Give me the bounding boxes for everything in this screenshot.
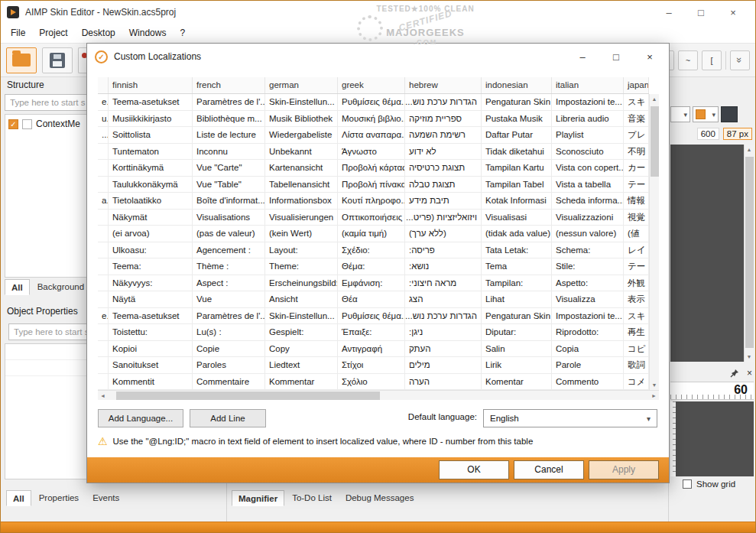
table-cell[interactable]: Copie bbox=[193, 341, 265, 358]
menu-help[interactable]: ? bbox=[173, 24, 192, 43]
table-cell[interactable]: Musik Bibliothek bbox=[265, 111, 338, 128]
tab-magnifier[interactable]: Magnifier bbox=[232, 490, 284, 506]
column-header[interactable]: japan bbox=[624, 77, 649, 93]
color-dropdown[interactable]: ▾ bbox=[693, 106, 719, 122]
table-cell[interactable]: Musiikkikirjasto bbox=[109, 111, 193, 128]
table-cell[interactable]: Scheda informa... bbox=[552, 193, 624, 210]
table-cell[interactable]: Tabellenansicht bbox=[265, 177, 338, 193]
table-cell[interactable]: スキ bbox=[624, 94, 649, 111]
table-row[interactable]: e...Teema-asetuksetParamètres de l'...Sk… bbox=[98, 94, 649, 111]
table-cell[interactable]: Αντιγραφή bbox=[338, 341, 405, 358]
table-cell[interactable]: テー bbox=[624, 258, 649, 275]
table-cell[interactable]: Teema-asetukset bbox=[109, 308, 193, 325]
horizontal-scrollbar-thumb[interactable] bbox=[116, 392, 380, 400]
table-cell[interactable]: (tidak ada value) bbox=[482, 226, 552, 242]
table-cell[interactable]: Kotak Informasi bbox=[482, 193, 552, 210]
column-header[interactable]: finnish bbox=[109, 77, 193, 93]
table-cell[interactable]: Tata Letak: bbox=[482, 242, 552, 259]
table-row[interactable]: u...MusiikkikirjastoBibliothèque m...Mus… bbox=[98, 111, 649, 128]
menu-desktop[interactable]: Desktop bbox=[75, 24, 122, 43]
table-cell[interactable]: Kartenansicht bbox=[265, 160, 338, 177]
table-cell[interactable]: רשימת השמעה bbox=[405, 127, 482, 144]
table-cell[interactable]: Kommentar bbox=[265, 374, 338, 391]
table-cell[interactable]: Boîte d'informat... bbox=[193, 193, 265, 210]
table-cell[interactable]: Visualisasi bbox=[482, 210, 552, 226]
table-row[interactable]: NäytäVueAnsichtΘέαהצגLihatVisualizza表示 bbox=[98, 291, 649, 308]
tab-props-events[interactable]: Events bbox=[86, 490, 125, 506]
table-cell[interactable]: ויזואליזציות (פריט... bbox=[405, 210, 482, 226]
table-cell[interactable]: Vue "Table" bbox=[193, 177, 265, 193]
table-cell[interactable]: Θέμα: bbox=[338, 258, 405, 275]
table-cell[interactable]: פריסה: bbox=[405, 242, 482, 259]
table-cell[interactable]: Άγνωστο bbox=[338, 144, 405, 161]
table-cell[interactable]: 表示 bbox=[624, 291, 649, 308]
table-row[interactable]: a...TietolaatikkoBoîte d'informat...Info… bbox=[98, 193, 649, 210]
table-vertical-scrollbar[interactable]: ▲ ▼ bbox=[649, 94, 659, 390]
tab-props-all[interactable]: All bbox=[6, 490, 31, 506]
dialog-close-button[interactable]: × bbox=[638, 47, 661, 67]
table-cell[interactable]: Pustaka Musik bbox=[482, 111, 552, 128]
table-row[interactable]: e...Teema-asetuksetParamètres de l'...Sk… bbox=[98, 308, 649, 325]
table-cell[interactable]: Teema-asetukset bbox=[109, 94, 193, 111]
table-cell[interactable]: 音楽 bbox=[624, 111, 649, 128]
table-cell[interactable]: プレ bbox=[624, 127, 649, 144]
add-line-button[interactable]: Add Line bbox=[190, 409, 266, 427]
close-button[interactable]: × bbox=[717, 1, 749, 24]
table-row[interactable]: (ei arvoa)(pas de valeur)(kein Wert)(καμ… bbox=[98, 226, 649, 242]
magnifier-canvas[interactable] bbox=[670, 401, 754, 476]
table-cell[interactable]: Teema: bbox=[109, 258, 193, 275]
table-cell[interactable]: Stile: bbox=[552, 258, 624, 275]
table-cell[interactable]: Visualizzazioni bbox=[552, 210, 624, 226]
table-cell[interactable]: (kein Wert) bbox=[265, 226, 338, 242]
table-cell[interactable]: Impostazioni te... bbox=[552, 94, 624, 111]
table-cell[interactable]: Skin-Einstellun... bbox=[265, 308, 338, 325]
table-cell[interactable]: Diputar: bbox=[482, 324, 552, 341]
table-cell[interactable]: Λίστα αναπαρα... bbox=[338, 127, 405, 144]
table-horizontal-scrollbar[interactable]: ◄ ► bbox=[98, 390, 659, 400]
table-cell[interactable]: Lihat bbox=[482, 291, 552, 308]
vertical-scrollbar-thumb[interactable] bbox=[651, 106, 659, 177]
column-header[interactable]: italian bbox=[552, 77, 624, 93]
table-cell[interactable]: Komentar bbox=[482, 374, 552, 391]
table-cell[interactable]: Näkymät bbox=[109, 210, 193, 226]
table-cell[interactable]: לא ידוע bbox=[405, 144, 482, 161]
table-cell[interactable]: Copia bbox=[552, 341, 624, 358]
table-cell[interactable]: カー bbox=[624, 160, 649, 177]
table-cell[interactable]: Kopioi bbox=[109, 341, 193, 358]
table-cell[interactable]: Näytä bbox=[109, 291, 193, 308]
bracket-tool-button[interactable]: [ bbox=[702, 50, 722, 70]
scroll-down-icon[interactable]: ▼ bbox=[745, 352, 754, 362]
table-cell[interactable]: Commento bbox=[552, 374, 624, 391]
table-cell[interactable]: Σχέδιο: bbox=[338, 242, 405, 259]
table-cell[interactable]: Vue bbox=[193, 291, 265, 308]
style-dropdown[interactable]: ▾ bbox=[670, 106, 690, 122]
table-cell[interactable]: コメ bbox=[624, 374, 649, 391]
table-cell[interactable]: Στίχοι bbox=[338, 357, 405, 374]
skin-preview-canvas[interactable]: ▲ ▼ bbox=[670, 145, 754, 362]
table-cell[interactable]: Σχόλιο bbox=[338, 374, 405, 391]
table-cell[interactable]: Tema bbox=[482, 258, 552, 275]
table-cell[interactable]: (ללא ערך) bbox=[405, 226, 482, 242]
table-row[interactable]: SanoituksetParolesLiedtextΣτίχοιמיליםLir… bbox=[98, 357, 649, 374]
table-cell[interactable]: Visualisierungen bbox=[265, 210, 338, 226]
minimize-button[interactable]: – bbox=[653, 1, 685, 24]
table-cell[interactable]: Έπαιξε: bbox=[338, 324, 405, 341]
pin-icon[interactable] bbox=[730, 369, 739, 378]
table-cell[interactable]: Impostazioni te... bbox=[552, 308, 624, 325]
table-cell[interactable]: Paramètres de l'... bbox=[193, 94, 265, 111]
table-cell[interactable]: コピ bbox=[624, 341, 649, 358]
default-language-select[interactable]: English ▾ bbox=[483, 409, 657, 427]
table-cell[interactable]: תצוגת כרטיסיה bbox=[405, 160, 482, 177]
table-cell[interactable]: העתק bbox=[405, 341, 482, 358]
table-cell[interactable]: Korttinäkymä bbox=[109, 160, 193, 177]
table-cell[interactable]: 情報 bbox=[624, 193, 649, 210]
table-cell[interactable]: Κουτί πληροφο... bbox=[338, 193, 405, 210]
table-cell[interactable]: Εμφάνιση: bbox=[338, 275, 405, 292]
scroll-right-icon[interactable]: ► bbox=[649, 391, 659, 401]
ok-button[interactable]: OK bbox=[439, 460, 509, 479]
table-cell[interactable]: תצוגת טבלה bbox=[405, 177, 482, 193]
table-cell[interactable]: Daftar Putar bbox=[482, 127, 552, 144]
table-cell[interactable]: הערה bbox=[405, 374, 482, 391]
add-language-button[interactable]: Add Language... bbox=[98, 409, 183, 427]
preview-scrollbar-thumb[interactable] bbox=[745, 157, 754, 348]
